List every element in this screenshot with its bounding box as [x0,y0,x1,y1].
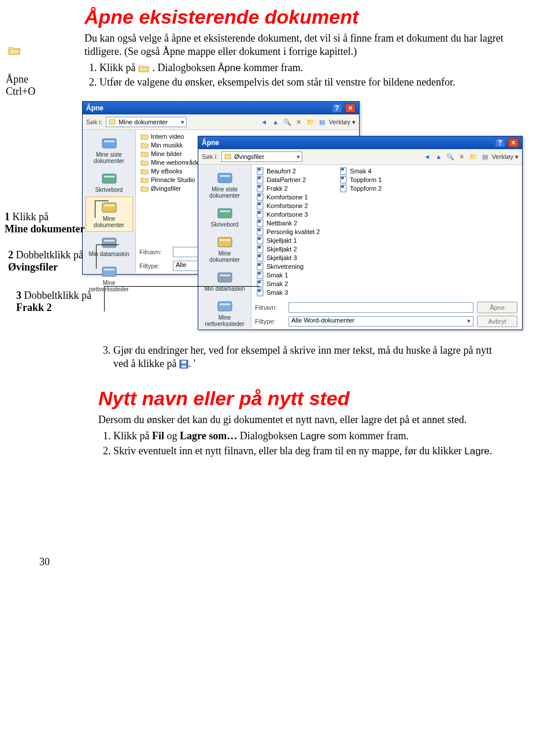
dialog1-titlebar: Åpne ? × [83,102,359,114]
svg-rect-0 [109,120,115,124]
step-open-2: Utfør de valgene du ønsker, eksempelvis … [99,76,520,89]
open-dialog-2: Åpne ? × Søk i: Øvingsfiler ◄ ▲ 🔍 ✕ 📁 [198,136,523,330]
svg-rect-31 [258,203,261,205]
filetype-combo[interactable]: Alle Word-dokumenter [288,316,473,327]
filename-input[interactable] [288,302,473,313]
file-item[interactable]: Komfortsone 3 [255,210,321,218]
svg-rect-3 [102,174,116,183]
svg-rect-19 [220,275,230,276]
lookin-combo[interactable]: Øvingsfiler [221,151,302,162]
file-item[interactable]: Smak 3 [255,288,321,297]
back-icon[interactable]: ◄ [260,117,269,127]
svg-rect-13 [220,175,230,177]
svg-rect-55 [341,177,344,179]
svg-rect-6 [104,205,114,206]
svg-rect-7 [102,238,116,247]
lookin-combo[interactable]: Mine dokumenter [106,117,187,127]
help-button[interactable]: ? [495,138,505,147]
file-item[interactable]: Beaufort 2 [255,167,321,175]
svg-rect-15 [220,210,230,212]
views-icon[interactable]: ▤ [480,152,490,161]
heading-new-name: Nytt navn eller på nytt sted [98,387,497,410]
svg-rect-37 [258,229,261,231]
steps-open: Klikk på . Dialogboksen Åpne kommer fram… [84,61,520,90]
places-item[interactable]: Min datamaskin [86,232,133,261]
open-folder-icon-inline [138,64,150,73]
dialogs-figure: Åpne ? × Søk i: Mine dokumenter ◄ ▲ 🔍 ✕ … [8,101,520,344]
close-button[interactable]: × [345,103,356,113]
svg-rect-33 [258,212,261,214]
places-item[interactable]: Min datamaskin [201,266,249,295]
step-saveas-1: Klikk på Fil og Lagre som… Dialogboksen … [113,429,497,443]
folder-item[interactable]: Mine webområder [139,158,203,166]
newfolder-icon[interactable]: 📁 [469,152,478,161]
open-folder-icon [8,45,21,55]
file-item[interactable]: Frakk 2 [255,184,321,192]
up-icon[interactable]: ▲ [434,152,443,161]
search-icon[interactable]: 🔍 [283,117,292,127]
places-item[interactable]: Mine dokumenter [86,197,133,232]
file-item[interactable]: Toppform 2 [338,184,383,192]
places-item[interactable]: Mine nettverkssteder [201,295,249,331]
open-button[interactable]: Åpne [477,302,517,313]
svg-rect-49 [258,281,261,283]
steps-open-continued: Gjør du endringer her, ved for eksempel … [98,344,497,371]
svg-rect-51 [258,290,261,292]
tools-menu[interactable]: Verktøy ▾ [329,118,356,126]
svg-rect-17 [220,239,230,241]
file-item[interactable]: Smak 4 [338,167,383,175]
places-item[interactable]: Mine nettverkssteder [86,261,133,296]
dialog2-toolbar: Søk i: Øvingsfiler ◄ ▲ 🔍 ✕ 📁 ▤ Verktøy ▾ [198,149,522,165]
svg-rect-8 [104,240,114,242]
file-item[interactable]: Komfortsone 1 [255,193,321,201]
svg-rect-20 [218,302,232,311]
file-item[interactable]: Komfortsone 2 [255,202,321,210]
places-item[interactable]: Mine siste dokumenter [201,167,249,202]
dialog2-titlebar: Åpne ? × [198,136,522,149]
file-item[interactable]: Skjelljakt 1 [255,236,321,244]
file-item[interactable]: Smak 2 [255,280,321,288]
folder-item[interactable]: Intern video [139,132,203,140]
tools-menu[interactable]: Verktøy ▾ [492,153,519,161]
places-item[interactable]: Mine dokumenter [201,231,249,266]
dialog1-title: Åpne [86,104,103,112]
back-icon[interactable]: ◄ [423,152,432,161]
folder-item[interactable]: Pinnacle Studio [139,176,203,184]
cancel-button[interactable]: Avbryt [477,316,517,327]
svg-rect-12 [218,173,232,183]
svg-rect-27 [258,186,261,188]
file-item[interactable]: Personlig kvalitet 2 [255,228,321,236]
folder-item[interactable]: My eBooks [139,167,203,175]
file-item[interactable]: Skrivetrening [255,262,321,270]
svg-rect-5 [102,203,116,212]
lookin-label: Søk i: [86,118,102,125]
svg-rect-57 [341,186,344,188]
file-item[interactable]: Toppform 1 [338,176,383,184]
delete-icon[interactable]: ✕ [457,152,467,161]
svg-rect-2 [104,140,114,142]
close-button[interactable]: × [508,138,519,147]
views-icon[interactable]: ▤ [317,117,327,127]
up-icon[interactable]: ▲ [271,117,280,127]
callout-3: 3 Dobbeltklikk på Frakk 2 [16,290,91,313]
heading-open-existing: Åpne eksisterende dokument [84,6,520,28]
places-item[interactable]: Skrivebord [86,168,133,197]
search-icon[interactable]: 🔍 [446,152,455,161]
file-item[interactable]: Smak 1 [255,271,321,279]
delete-icon[interactable]: ✕ [294,117,304,127]
folder-item[interactable]: Min musikk [139,141,203,149]
svg-rect-45 [258,264,261,266]
step-open-3: Gjør du endringer her, ved for eksempel … [113,344,497,371]
file-item[interactable]: DataPartner 2 [255,176,321,184]
places-item[interactable]: Skrivebord [201,202,249,231]
file-item[interactable]: Nettbank 2 [255,219,321,227]
step-open-1: Klikk på . Dialogboksen Åpne kommer fram… [99,61,520,75]
file-item[interactable]: Skjelljakt 3 [255,254,321,262]
places-item[interactable]: Mine siste dokumenter [86,132,133,168]
dialog1-toolbar: Søk i: Mine dokumenter ◄ ▲ 🔍 ✕ 📁 ▤ Verkt… [83,114,359,130]
folder-item[interactable]: Øvingsfiler [139,184,203,192]
folder-item[interactable]: Mine bilder [139,150,203,158]
file-item[interactable]: Skjelljakt 2 [255,245,321,253]
newfolder-icon[interactable]: 📁 [306,117,315,127]
help-button[interactable]: ? [332,103,342,113]
